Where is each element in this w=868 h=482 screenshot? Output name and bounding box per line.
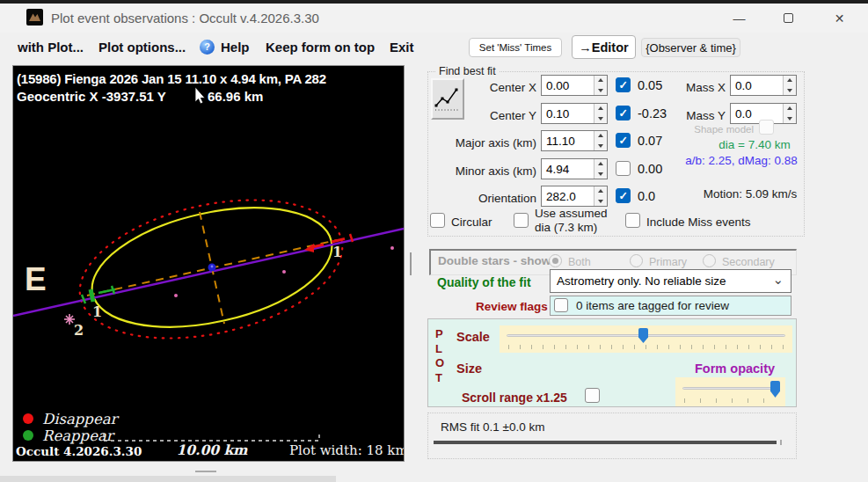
center-y-delta: -0.23 — [638, 106, 667, 120]
circular-label: Circular — [451, 215, 492, 229]
menu-with-plot[interactable]: with Plot... — [18, 40, 84, 59]
scroll-range-label: Scroll range x1.25 — [462, 391, 567, 405]
center-x-fit-checkbox[interactable] — [616, 77, 631, 92]
chord-line — [13, 229, 404, 316]
mass-x-label: Mass X — [677, 81, 726, 94]
spin-down-icon[interactable] — [594, 85, 607, 95]
close-icon: ✕ — [835, 11, 845, 26]
spin-up-icon[interactable] — [594, 186, 607, 196]
maximize-button[interactable] — [769, 4, 808, 33]
quality-selected-value: Astrometry only. No reliable size — [557, 274, 726, 288]
resize-grip[interactable] — [195, 471, 216, 472]
review-flags-box: 0 items are tagged for review — [550, 296, 791, 316]
minimize-button[interactable]: — — [719, 4, 759, 33]
double-stars-secondary-label: Secondary — [722, 256, 775, 268]
use-assumed-dia-checkbox[interactable] — [514, 213, 529, 228]
minor-axis-spinner[interactable]: 4.94 — [541, 158, 608, 179]
review-flags-label: Review flags — [476, 300, 548, 313]
center-x-value: 0.00 — [546, 79, 569, 92]
review-flags-checkbox[interactable] — [554, 298, 568, 312]
scale-slider-thumb[interactable] — [638, 328, 648, 343]
disappear-station-label: 1 — [332, 244, 342, 260]
form-opacity-slider-thumb[interactable] — [770, 381, 780, 398]
splitter-grip[interactable] — [410, 252, 412, 275]
form-opacity-slider-track[interactable] — [682, 387, 778, 390]
spin-down-icon[interactable] — [594, 113, 607, 123]
help-icon: ? — [200, 40, 215, 55]
double-stars-both-radio — [549, 254, 562, 267]
scale-bar — [104, 434, 319, 441]
spin-down-icon[interactable] — [594, 141, 607, 150]
motion-readout: Motion: 5.09 km/s — [693, 187, 807, 201]
set-miss-times-button[interactable]: Set 'Miss' Times — [469, 38, 562, 57]
quality-of-fit-select[interactable]: Astrometry only. No reliable size ⌄ — [550, 269, 791, 293]
center-y-fit-checkbox[interactable] — [616, 106, 631, 120]
include-miss-checkbox[interactable] — [625, 213, 640, 228]
use-assumed-line1: Use assumed — [535, 207, 608, 220]
center-x-delta: 0.05 — [638, 78, 662, 92]
center-x-label: Center X — [422, 81, 536, 94]
scale-bar-label: 10.00 km — [176, 442, 248, 458]
mass-x-spinner[interactable]: 0.0 — [730, 75, 797, 96]
spin-down-icon[interactable] — [594, 169, 607, 179]
menu-exit[interactable]: Exit — [390, 40, 414, 59]
minor-axis-fit-checkbox[interactable] — [616, 161, 631, 176]
size-label: Size — [456, 362, 482, 376]
close-button[interactable]: ✕ — [820, 4, 859, 33]
occult-plot-window: Plot event observations : Occult v.4.202… — [0, 0, 868, 482]
plot-header-line2-prefix: Geocentric X -3937.51 Y — [17, 89, 166, 104]
orientation-fit-checkbox[interactable] — [616, 188, 631, 203]
spin-up-icon[interactable] — [784, 104, 796, 113]
major-axis-delta: 0.07 — [638, 134, 662, 148]
review-flags-text: 0 items are tagged for review — [576, 299, 729, 312]
center-x-spinner[interactable]: 0.00 — [541, 75, 608, 96]
rms-fit-text: RMS fit 0.1 ±0.0 km — [441, 420, 544, 434]
minor-axis-label: Minor axis (km) — [422, 164, 536, 178]
menu-keep-on-top[interactable]: Keep form on top — [266, 40, 375, 59]
double-stars-primary-radio — [630, 254, 643, 267]
plot-width-label: Plot width: 18 km — [289, 442, 404, 458]
plot-header-line2-suffix: 66.96 km — [208, 89, 263, 104]
major-axis-spinner[interactable]: 11.10 — [541, 130, 608, 151]
quality-of-fit-label: Quality of the fit — [437, 275, 531, 289]
spin-up-icon[interactable] — [784, 76, 796, 85]
orientation-delta: 0.0 — [638, 189, 655, 203]
spin-up-icon[interactable] — [594, 76, 607, 85]
plot-header-line1: (15986) Fienga 2026 Jan 15 11.10 x 4.94 … — [17, 71, 326, 86]
field-star-dot — [174, 294, 178, 297]
spin-down-icon[interactable] — [784, 113, 796, 123]
menu-help[interactable]: Help — [221, 40, 250, 59]
reappear-legend-label: Reappear — [42, 427, 116, 444]
minor-axis-delta: 0.00 — [638, 162, 662, 176]
center-y-value: 0.10 — [546, 107, 569, 120]
scroll-range-checkbox[interactable] — [585, 388, 600, 403]
spin-down-icon[interactable] — [784, 85, 796, 95]
center-y-spinner[interactable]: 0.10 — [541, 103, 608, 124]
window-title: Plot event observations : Occult v.4.202… — [51, 11, 319, 26]
menu-plot-options[interactable]: Plot options... — [98, 40, 186, 59]
editor-button[interactable]: →Editor — [572, 35, 636, 59]
disappear-legend-dot — [23, 413, 33, 424]
reappear-legend-dot — [23, 430, 33, 441]
double-stars-primary-label: Primary — [649, 256, 687, 268]
spin-down-icon[interactable] — [594, 196, 607, 206]
spin-up-icon[interactable] — [594, 159, 607, 169]
major-axis-fit-checkbox[interactable] — [616, 133, 631, 148]
form-opacity-slider[interactable] — [675, 377, 785, 406]
disappear-markers — [304, 234, 353, 252]
form-opacity-label: Form opacity — [695, 362, 775, 376]
observer-time-button[interactable]: {Observer & time} — [641, 38, 740, 57]
scale-label: Scale — [456, 330, 490, 344]
spin-up-icon[interactable] — [594, 131, 607, 141]
version-label: Occult 4.2026.3.30 — [16, 444, 142, 458]
star2-label: 2 — [74, 322, 84, 339]
orientation-spinner[interactable]: 282.0 — [541, 186, 608, 207]
circular-checkbox[interactable] — [430, 213, 445, 228]
spin-up-icon[interactable] — [594, 104, 607, 113]
plot-canvas[interactable]: 1 1 2 (15986) Fienga 2026 Jan 15 11.10 x… — [12, 65, 405, 462]
title-bar: Plot event observations : Occult v.4.202… — [0, 4, 868, 33]
field-star-dot — [390, 246, 394, 250]
mouse-cursor — [195, 87, 205, 104]
find-best-fit-label: Find best fit — [435, 65, 500, 77]
scale-slider[interactable] — [500, 325, 792, 353]
